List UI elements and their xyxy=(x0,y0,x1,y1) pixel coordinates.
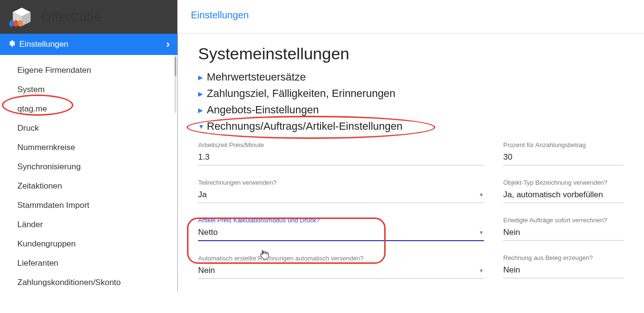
app-logo xyxy=(5,3,39,30)
select-rechnung-beleg[interactable]: Nein xyxy=(503,264,624,278)
sidebar-item-sync[interactable]: Synchronisierung xyxy=(0,157,177,177)
gear-icon xyxy=(8,40,15,50)
sidebar-header-label: Einstellungen xyxy=(19,40,68,49)
sidebar-item-stammdaten[interactable]: Stammdaten Import xyxy=(0,196,177,215)
dropdown-icon: ▼ xyxy=(479,268,484,273)
select-autoversenden[interactable]: Nein ▼ xyxy=(198,265,484,279)
sidebar-items: Eigene Firmendaten System qtag.me Druck … xyxy=(0,55,177,292)
field-label: Prozent für Anzahlungsbetrag xyxy=(503,141,624,149)
field-label: Objekt-Typ Bezeichnung verwenden? xyxy=(503,179,624,186)
field-label: Arbeitszeit Preis/Minute xyxy=(198,141,484,149)
select-objekttyp[interactable]: Ja, automatisch vorbefüllen xyxy=(503,189,624,203)
input-arbeitszeit[interactable]: 1.3 xyxy=(198,151,484,165)
breadcrumb-link[interactable]: Einstellungen xyxy=(191,10,249,21)
breadcrumb-bar: Einstellungen xyxy=(177,0,644,34)
dropdown-icon: ▼ xyxy=(479,192,484,198)
dropdown-icon: ▼ xyxy=(479,230,484,235)
sidebar-item-qtag[interactable]: qtag.me xyxy=(0,99,177,119)
caret-right-icon xyxy=(198,106,207,114)
sidebar-item-firmendaten[interactable]: Eigene Firmendaten xyxy=(0,61,177,80)
field-label: Teilrechnungen verwenden? xyxy=(198,179,484,186)
field-label: Rechnung aus Beleg erzeugen? xyxy=(503,254,624,261)
sidebar-item-system[interactable]: System xyxy=(0,80,177,99)
svg-point-4 xyxy=(13,20,19,27)
section-label: Mehrwertsteuersätze xyxy=(207,71,306,83)
svg-point-5 xyxy=(18,20,23,27)
sidebar-item-laender[interactable]: Länder xyxy=(0,215,177,234)
sidebar: Einstellungen › Eigene Firmendaten Syste… xyxy=(0,34,177,292)
select-erledigte[interactable]: Nein xyxy=(503,227,624,241)
field-objekttyp: Objekt-Typ Bezeichnung verwenden? Ja, au… xyxy=(503,179,624,203)
field-value-text: 1.3 xyxy=(198,152,210,162)
field-erledigte: Erledigte Aufträge sofort verrechnen? Ne… xyxy=(503,217,624,241)
field-prozent-anzahlung: Prozent für Anzahlungsbetrag 30 xyxy=(503,141,624,165)
section-mwst[interactable]: Mehrwertsteuersätze xyxy=(198,69,624,85)
sidebar-scrollbar[interactable] xyxy=(174,55,177,113)
sidebar-item-zeitaktionen[interactable]: Zeitaktionen xyxy=(0,177,177,196)
field-teilrechnungen: Teilrechnungen verwenden? Ja ▼ xyxy=(198,179,484,203)
section-label: Zahlungsziel, Fälligkeiten, Erinnerungen xyxy=(207,87,395,100)
field-value-text: Ja xyxy=(198,190,207,200)
page-title: Systemeinstellungen xyxy=(198,44,624,63)
field-kalkmodus: Artikel Preis Kalkulationsmodus und Druc… xyxy=(198,217,484,241)
sidebar-item-kundengruppen[interactable]: Kundengruppen xyxy=(0,234,177,254)
sidebar-item-zahlungskond[interactable]: Zahlungskonditionen/Skonto xyxy=(0,273,177,292)
field-value-text: Netto xyxy=(198,228,218,237)
field-label: Automatisch erstellte Rechnungen automat… xyxy=(198,255,484,262)
caret-right-icon xyxy=(198,73,207,82)
field-value-text: Ja, automatisch vorbefüllen xyxy=(503,190,603,200)
input-prozent-anzahlung[interactable]: 30 xyxy=(503,151,624,165)
sidebar-item-lieferanten[interactable]: Lieferanten xyxy=(0,254,177,273)
svg-point-3 xyxy=(9,20,14,27)
app-header: OfferCube xyxy=(0,0,177,34)
section-label: Angebots-Einstellungen xyxy=(207,104,319,116)
field-arbeitszeit: Arbeitszeit Preis/Minute 1.3 xyxy=(198,141,484,165)
field-value-text: Nein xyxy=(198,266,215,275)
select-kalkmodus[interactable]: Netto ▼ xyxy=(198,227,484,241)
field-autoversenden: Automatisch erstellte Rechnungen automat… xyxy=(198,255,484,279)
sidebar-item-druck[interactable]: Druck xyxy=(0,119,177,138)
field-value-text: 30 xyxy=(503,152,512,162)
section-angebot[interactable]: Angebots-Einstellungen xyxy=(198,102,624,118)
section-zahlungsziel[interactable]: Zahlungsziel, Fälligkeiten, Erinnerungen xyxy=(198,85,624,102)
field-value-text: Nein xyxy=(503,265,520,275)
section-label: Rechnungs/Auftrags/Artikel-Einstellungen xyxy=(207,120,402,133)
field-label: Erledigte Aufträge sofort verrechnen? xyxy=(503,217,624,224)
field-label: Artikel Preis Kalkulationsmodus und Druc… xyxy=(198,217,484,224)
brand-name: OfferCube xyxy=(41,10,101,25)
field-rechnung-beleg: Rechnung aus Beleg erzeugen? Nein xyxy=(503,254,624,278)
caret-down-icon xyxy=(198,122,207,131)
chevron-right-icon: › xyxy=(166,38,170,51)
sidebar-header[interactable]: Einstellungen › xyxy=(0,34,177,55)
sidebar-item-nummernkreise[interactable]: Nummernkreise xyxy=(0,138,177,157)
field-value-text: Nein xyxy=(503,228,520,237)
content-area: Systemeinstellungen Mehrwertsteuersätze … xyxy=(178,34,644,292)
caret-right-icon xyxy=(198,89,207,98)
select-teilrechnungen[interactable]: Ja ▼ xyxy=(198,189,484,203)
section-rechnung[interactable]: Rechnungs/Auftrags/Artikel-Einstellungen xyxy=(198,118,624,135)
